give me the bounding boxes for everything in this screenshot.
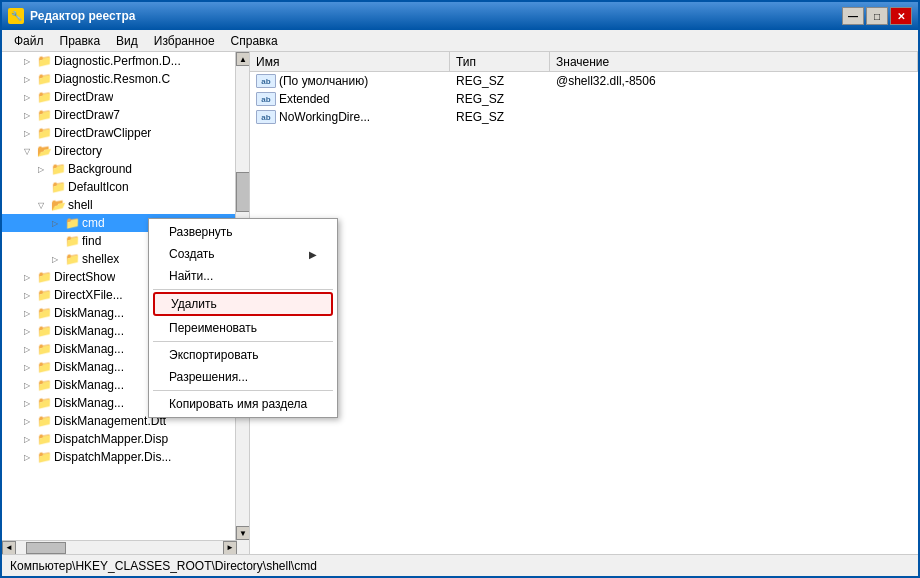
menu-file[interactable]: Файл	[6, 32, 52, 50]
expand-icon: ▷	[48, 216, 62, 230]
reg-icon: ab	[256, 92, 276, 106]
tree-item-directdrawclipper[interactable]: ▷ 📁 DirectDrawClipper	[2, 124, 249, 142]
list-row[interactable]: ab (По умолчанию) REG_SZ @shell32.dll,-8…	[250, 72, 918, 90]
list-cell-name-0: ab (По умолчанию)	[250, 74, 450, 88]
hscroll-track	[16, 541, 223, 555]
folder-icon: 📁	[36, 342, 52, 356]
expand-icon: ▷	[20, 72, 34, 86]
menu-view[interactable]: Вид	[108, 32, 146, 50]
expand-icon: ▷	[20, 450, 34, 464]
ctx-separator	[153, 341, 333, 342]
right-panel: Имя Тип Значение ab (По умолчанию) REG_S…	[250, 52, 918, 554]
expand-icon: ▷	[20, 288, 34, 302]
reg-icon: ab	[256, 74, 276, 88]
title-bar: 🔧 Редактор реестра — □ ✕	[2, 2, 918, 30]
col-header-type[interactable]: Тип	[450, 52, 550, 71]
ctx-separator	[153, 390, 333, 391]
tree-item-directdraw[interactable]: ▷ 📁 DirectDraw	[2, 88, 249, 106]
maximize-button[interactable]: □	[866, 7, 888, 25]
expand-icon: ▷	[20, 90, 34, 104]
scroll-down-button[interactable]: ▼	[236, 526, 250, 540]
col-header-value[interactable]: Значение	[550, 52, 918, 71]
ctx-create[interactable]: Создать ▶	[149, 243, 337, 265]
list-cell-name-2: ab NoWorkingDire...	[250, 110, 450, 124]
folder-icon: 📁	[36, 270, 52, 284]
expand-icon: ▽	[20, 144, 34, 158]
expand-icon: ▷	[20, 270, 34, 284]
expand-icon: ▷	[20, 342, 34, 356]
tree-item-defaulticon[interactable]: 📁 DefaultIcon	[2, 178, 249, 196]
expand-icon: ▷	[20, 360, 34, 374]
ctx-copy-name[interactable]: Копировать имя раздела	[149, 393, 337, 415]
tree-item-background[interactable]: ▷ 📁 Background	[2, 160, 249, 178]
list-row[interactable]: ab Extended REG_SZ	[250, 90, 918, 108]
expand-icon	[48, 234, 62, 248]
ctx-delete[interactable]: Удалить	[153, 292, 333, 316]
expand-icon: ▷	[20, 396, 34, 410]
expand-icon: ▷	[20, 306, 34, 320]
ctx-rename[interactable]: Переименовать	[149, 317, 337, 339]
expand-icon: ▷	[20, 126, 34, 140]
folder-icon: 📁	[64, 216, 80, 230]
list-body: ab (По умолчанию) REG_SZ @shell32.dll,-8…	[250, 72, 918, 554]
expand-icon: ▷	[20, 108, 34, 122]
folder-icon: 📁	[36, 90, 52, 104]
folder-icon: 📁	[64, 234, 80, 248]
hscroll-thumb[interactable]	[26, 542, 66, 554]
tree-item-directdraw7[interactable]: ▷ 📁 DirectDraw7	[2, 106, 249, 124]
window-title: Редактор реестра	[30, 9, 842, 23]
ctx-export[interactable]: Экспортировать	[149, 344, 337, 366]
folder-icon: 📁	[36, 288, 52, 302]
list-header: Имя Тип Значение	[250, 52, 918, 72]
scroll-thumb[interactable]	[236, 172, 250, 212]
expand-icon: ▷	[20, 378, 34, 392]
tree-item-dispatchmapper1[interactable]: ▷ 📁 DispatchMapper.Disp	[2, 430, 249, 448]
expand-icon	[34, 180, 48, 194]
folder-icon: 📁	[36, 72, 52, 86]
list-cell-type-1: REG_SZ	[450, 92, 550, 106]
expand-icon: ▷	[20, 324, 34, 338]
list-row[interactable]: ab NoWorkingDire... REG_SZ	[250, 108, 918, 126]
list-cell-type-0: REG_SZ	[450, 74, 550, 88]
menu-edit[interactable]: Правка	[52, 32, 109, 50]
list-cell-type-2: REG_SZ	[450, 110, 550, 124]
menu-help[interactable]: Справка	[223, 32, 286, 50]
close-button[interactable]: ✕	[890, 7, 912, 25]
hscroll-right-button[interactable]: ►	[223, 541, 237, 555]
ctx-permissions[interactable]: Разрешения...	[149, 366, 337, 388]
scroll-up-button[interactable]: ▲	[236, 52, 250, 66]
folder-icon: 📁	[36, 450, 52, 464]
menu-favorites[interactable]: Избранное	[146, 32, 223, 50]
col-header-name[interactable]: Имя	[250, 52, 450, 71]
title-icon: 🔧	[8, 8, 24, 24]
context-menu: Развернуть Создать ▶ Найти... Удалить Пе…	[148, 218, 338, 418]
ctx-separator	[153, 289, 333, 290]
expand-icon: ▷	[20, 54, 34, 68]
folder-icon: 📁	[36, 54, 52, 68]
folder-icon: 📁	[36, 414, 52, 428]
menu-bar: Файл Правка Вид Избранное Справка	[2, 30, 918, 52]
minimize-button[interactable]: —	[842, 7, 864, 25]
tree-item-diagnostic-resmon[interactable]: ▷ 📁 Diagnostic.Resmon.C	[2, 70, 249, 88]
tree-item-shell[interactable]: ▽ 📂 shell	[2, 196, 249, 214]
folder-icon: 📁	[36, 378, 52, 392]
folder-icon: 📁	[36, 108, 52, 122]
tree-item-dispatchmapper2[interactable]: ▷ 📁 DispatchMapper.Dis...	[2, 448, 249, 466]
reg-icon: ab	[256, 110, 276, 124]
tree-item-directory[interactable]: ▽ 📂 Directory	[2, 142, 249, 160]
status-path: Компьютер\HKEY_CLASSES_ROOT\Directory\sh…	[10, 559, 317, 573]
folder-icon: 📁	[36, 126, 52, 140]
submenu-arrow-icon: ▶	[309, 249, 317, 260]
ctx-find[interactable]: Найти...	[149, 265, 337, 287]
folder-icon: 📁	[36, 306, 52, 320]
expand-icon: ▷	[34, 162, 48, 176]
tree-hscrollbar[interactable]: ◄ ►	[2, 540, 237, 554]
list-cell-name-1: ab Extended	[250, 92, 450, 106]
title-buttons: — □ ✕	[842, 7, 912, 25]
status-bar: Компьютер\HKEY_CLASSES_ROOT\Directory\sh…	[2, 554, 918, 576]
ctx-expand[interactable]: Развернуть	[149, 221, 337, 243]
hscroll-left-button[interactable]: ◄	[2, 541, 16, 555]
expand-icon: ▽	[34, 198, 48, 212]
main-content: ▷ 📁 Diagnostic.Perfmon.D... ▷ 📁 Diagnost…	[2, 52, 918, 554]
tree-item-diagnostic-perfmon[interactable]: ▷ 📁 Diagnostic.Perfmon.D...	[2, 52, 249, 70]
